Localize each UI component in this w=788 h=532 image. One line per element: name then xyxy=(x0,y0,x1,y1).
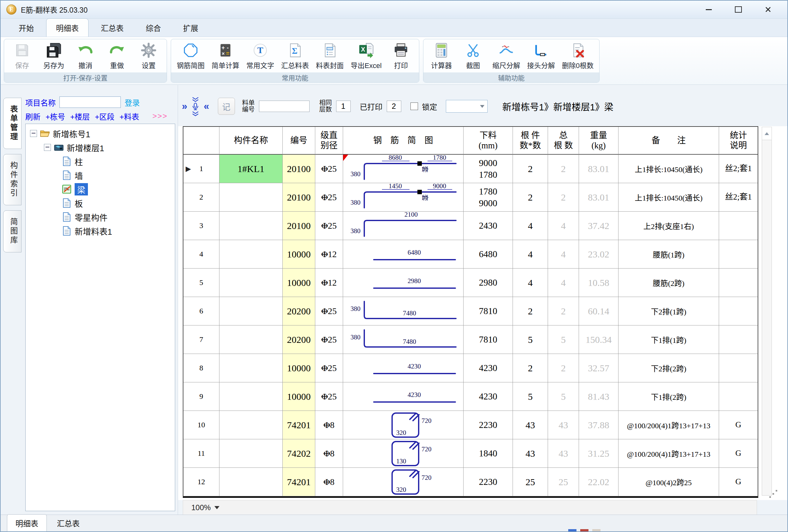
row-number-cell[interactable]: 7 xyxy=(183,326,219,354)
diameter-cell[interactable]: Φ8 xyxy=(315,411,343,439)
resize-grip[interactable] xyxy=(776,490,777,492)
row-number-cell[interactable]: 9 xyxy=(183,382,219,411)
diameter-cell[interactable]: Φ12 xyxy=(315,269,343,297)
cut-length-cell[interactable]: 2430 xyxy=(464,212,513,240)
row-number-cell[interactable]: 11 xyxy=(183,439,219,468)
diagram-cell[interactable]: 38014509000套 xyxy=(343,183,464,212)
component-name-cell[interactable] xyxy=(219,411,283,439)
ribbon-btn-sheet-cover[interactable]: 料表封面 xyxy=(313,41,347,73)
code-cell[interactable]: 10000 xyxy=(283,354,315,382)
weight-cell[interactable]: 60.14 xyxy=(579,297,618,326)
weight-cell[interactable]: 81.43 xyxy=(579,382,618,411)
remark-cell[interactable]: 腰筋(1跨) xyxy=(618,240,719,269)
maximize-button[interactable] xyxy=(733,4,744,15)
diagram-cell[interactable]: 3802100 xyxy=(343,212,464,240)
more-links[interactable]: >>> xyxy=(153,112,168,120)
tree-link-0[interactable]: 刷新 xyxy=(25,111,40,122)
remark-cell[interactable]: 下1排(2跨) xyxy=(618,382,719,411)
component-name-cell[interactable] xyxy=(219,439,283,468)
component-name-cell[interactable] xyxy=(219,297,283,326)
row-number-cell[interactable]: 3 xyxy=(183,212,219,240)
diameter-cell[interactable]: Φ25 xyxy=(315,212,343,240)
stat-cell[interactable] xyxy=(719,354,757,382)
pieces-cell[interactable]: 5 xyxy=(513,326,548,354)
tab-detail[interactable]: 明细表 xyxy=(46,18,88,37)
collapse-panel-icon[interactable]: » xyxy=(182,101,187,112)
cut-length-cell[interactable]: 2980 xyxy=(464,269,513,297)
ribbon-btn-common-text[interactable]: T常用文字 xyxy=(243,41,277,73)
diagram-cell[interactable]: 4230 xyxy=(343,354,464,382)
row-number-cell[interactable]: 5 xyxy=(183,269,219,297)
row-number-cell[interactable]: ▶1 xyxy=(183,155,219,183)
ribbon-btn-delete-zero[interactable]: 删除0根数 xyxy=(559,41,597,73)
stat-cell[interactable] xyxy=(719,326,757,354)
tree-item-misc[interactable]: 零星构件 xyxy=(26,210,175,224)
side-tab-sketch-lib[interactable]: 简图库 xyxy=(3,210,21,252)
component-name-cell[interactable] xyxy=(219,354,283,382)
bottom-tab-summary[interactable]: 汇总表 xyxy=(49,515,88,531)
total-count-cell[interactable]: 43 xyxy=(548,439,579,468)
diameter-cell[interactable]: Φ8 xyxy=(315,439,343,468)
row-number-cell[interactable]: 6 xyxy=(183,297,219,326)
stat-cell[interactable] xyxy=(719,297,757,326)
code-cell[interactable]: 20200 xyxy=(283,297,315,326)
component-name-cell[interactable] xyxy=(219,468,283,496)
diagram-cell[interactable]: 3807480 xyxy=(343,297,464,326)
weight-cell[interactable]: 83.01 xyxy=(579,155,618,183)
tree-item-beam[interactable]: 梁 xyxy=(26,182,175,196)
total-count-cell[interactable]: 4 xyxy=(548,212,579,240)
ribbon-btn-undo[interactable]: 撤消 xyxy=(70,41,101,73)
cut-length-cell[interactable]: 2230 xyxy=(464,468,513,496)
side-tab-component-index[interactable]: 构件索引 xyxy=(3,154,21,205)
diagram-cell[interactable]: 320720 xyxy=(343,468,464,496)
pieces-cell[interactable]: 4 xyxy=(513,269,548,297)
project-name-input[interactable] xyxy=(59,97,121,108)
stat-cell[interactable]: G xyxy=(719,468,757,496)
ribbon-btn-settings[interactable]: 设置 xyxy=(133,41,164,73)
diagram-cell[interactable]: 38086801780套 xyxy=(343,155,464,183)
row-number-cell[interactable]: 10 xyxy=(183,411,219,439)
row-number-cell[interactable]: 8 xyxy=(183,354,219,382)
weight-cell[interactable]: 83.01 xyxy=(579,183,618,212)
cut-length-cell[interactable]: 7810 xyxy=(464,326,513,354)
weight-cell[interactable]: 32.57 xyxy=(579,354,618,382)
total-count-cell[interactable]: 4 xyxy=(548,240,579,269)
code-cell[interactable]: 74201 xyxy=(283,468,315,496)
diameter-cell[interactable]: Φ25 xyxy=(315,183,343,212)
tree-item-new-sheet[interactable]: 新增料表1 xyxy=(26,224,175,238)
ribbon-btn-print[interactable]: 打印 xyxy=(386,41,416,73)
pieces-cell[interactable]: 25 xyxy=(513,468,548,496)
expander-icon[interactable] xyxy=(30,130,37,137)
pieces-cell[interactable]: 2 xyxy=(513,155,548,183)
ribbon-btn-simple-calc[interactable]: +-×=简单计算 xyxy=(209,41,242,73)
bill-no-input[interactable] xyxy=(259,101,310,112)
tree-link-2[interactable]: +楼层 xyxy=(70,111,90,122)
tree-item-column[interactable]: 柱 xyxy=(26,154,175,168)
tree-link-1[interactable]: +栋号 xyxy=(45,111,65,122)
diameter-cell[interactable]: Φ25 xyxy=(315,382,343,411)
total-count-cell[interactable]: 25 xyxy=(548,468,579,496)
code-cell[interactable]: 20100 xyxy=(283,212,315,240)
stat-cell[interactable] xyxy=(719,382,757,411)
diagram-cell[interactable]: 3807480 xyxy=(343,326,464,354)
code-cell[interactable]: 20200 xyxy=(283,326,315,354)
cut-length-cell[interactable]: 4230 xyxy=(464,382,513,411)
close-button[interactable] xyxy=(763,4,773,15)
diagram-cell[interactable]: 320720 xyxy=(343,411,464,439)
login-link[interactable]: 登录 xyxy=(124,97,140,108)
diagram-cell[interactable]: 4230 xyxy=(343,382,464,411)
expander-icon[interactable] xyxy=(44,144,51,151)
weight-cell[interactable]: 22.02 xyxy=(579,468,618,496)
scroll-up-button[interactable] xyxy=(762,127,772,140)
code-cell[interactable]: 20100 xyxy=(283,183,315,212)
remark-cell[interactable]: 上1排长:10450(通长) xyxy=(618,183,719,212)
pieces-cell[interactable]: 2 xyxy=(513,354,548,382)
remark-cell[interactable]: 下2排(1跨) xyxy=(618,297,719,326)
bottom-tab-detail[interactable]: 明细表 xyxy=(7,514,47,531)
total-count-cell[interactable]: 2 xyxy=(548,155,579,183)
code-cell[interactable]: 74201 xyxy=(283,411,315,439)
tab-start[interactable]: 开始 xyxy=(9,18,44,37)
stat-cell[interactable] xyxy=(719,212,757,240)
remark-cell[interactable]: 上2排(支座1右) xyxy=(618,212,719,240)
zoom-level[interactable]: 100% xyxy=(191,503,211,512)
